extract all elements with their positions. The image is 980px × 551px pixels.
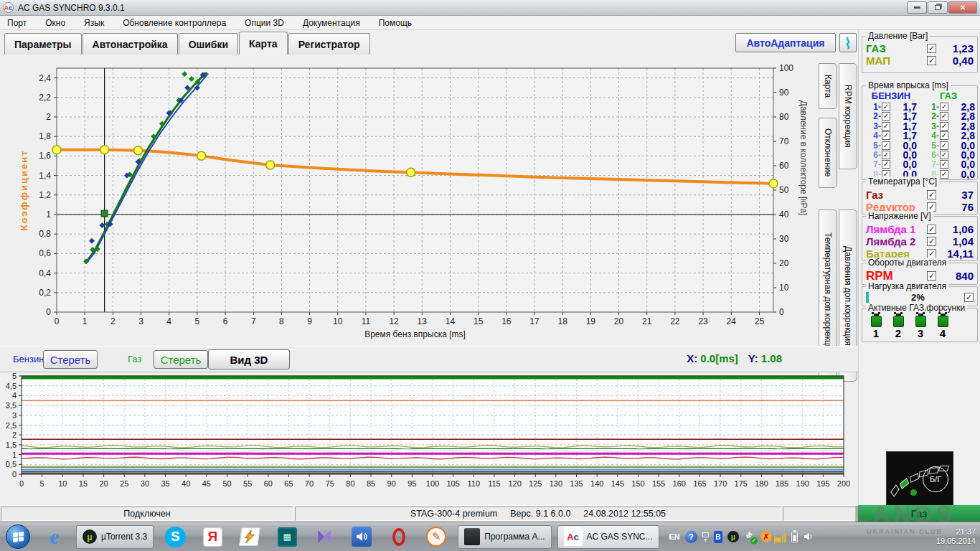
volume-tray-icon[interactable]: [803, 531, 814, 542]
oscilloscope-chart[interactable]: 0510152025303540455055606570758085909510…: [0, 372, 858, 503]
tab-3[interactable]: Карта: [239, 32, 288, 55]
help-tray-icon[interactable]: ?: [685, 531, 697, 543]
bluetooth-tray-icon[interactable]: B: [714, 531, 722, 543]
svg-text:40: 40: [182, 479, 190, 488]
opera-tray-icon[interactable]: ✗: [760, 531, 772, 542]
svg-text:135: 135: [570, 479, 583, 488]
telemetry-row: Лямбда 1✓1,06: [862, 223, 977, 235]
program-task-button[interactable]: Программа А...: [458, 525, 551, 549]
windows-flag-icon: [13, 531, 24, 542]
menu-item-6[interactable]: Помощь: [379, 18, 412, 28]
network-tray-icon[interactable]: ✱: [777, 532, 786, 542]
svg-text:1: 1: [12, 451, 17, 459]
side-tab-col1-1[interactable]: Отклонение: [819, 118, 837, 188]
svg-text:0,6: 0,6: [39, 248, 51, 258]
usb-tray-icon[interactable]: ✓: [744, 531, 755, 542]
phone-app-taskbar-icon[interactable]: ▦: [275, 525, 298, 548]
benzin-index: 5-: [867, 141, 882, 151]
telemetry-label: Газ: [866, 189, 927, 201]
benzin-checkbox[interactable]: ✓: [882, 141, 890, 150]
acgas-task-button[interactable]: Ac AC GAS SYNC...: [557, 525, 659, 549]
checkbox[interactable]: ✓: [927, 271, 936, 281]
firmware-date: 24.08.2012 12:55:05: [583, 509, 666, 519]
svg-text:195: 195: [816, 479, 829, 488]
minimize-button[interactable]: [907, 1, 927, 14]
checkbox[interactable]: ✓: [927, 190, 936, 199]
kmplayer-taskbar-icon[interactable]: [313, 525, 336, 548]
editor-taskbar-icon[interactable]: ✎: [425, 525, 448, 548]
tab-0[interactable]: Параметры: [4, 33, 82, 55]
injector-cells: 1234: [862, 313, 977, 339]
side-tab-col2-0[interactable]: RPM коррекция: [839, 63, 857, 169]
screen: Ac AC GAS SYNCHRO 9.3.0.1 ✕ ПортОкноЯзык…: [0, 0, 980, 551]
menu-item-1[interactable]: Окно: [45, 18, 65, 28]
battery-tray-icon[interactable]: [791, 532, 798, 542]
gas-checkbox[interactable]: ✓: [940, 103, 948, 111]
pressure-group: Давление [Bar] ГАЗ✓1,23МАП✓0,40: [862, 36, 978, 73]
menu-item-0[interactable]: Порт: [7, 18, 27, 28]
benzin-checkbox[interactable]: ✓: [882, 160, 890, 169]
acgas-task-label: AC GAS SYNC...: [587, 532, 653, 542]
benzin-checkbox[interactable]: ✓: [882, 112, 890, 121]
injection-row: 1-✓1,71-✓2,8: [862, 101, 977, 110]
utorrent-tray-icon[interactable]: µ: [727, 531, 739, 542]
yandex-taskbar-icon[interactable]: Я: [201, 525, 224, 548]
svg-text:115: 115: [488, 479, 501, 488]
gas-checkbox[interactable]: ✓: [940, 170, 948, 179]
language-indicator[interactable]: EN: [669, 532, 680, 541]
benzin-checkbox[interactable]: ✓: [882, 103, 890, 111]
restore-button[interactable]: [928, 1, 948, 14]
gas-checkbox[interactable]: ✓: [940, 122, 948, 131]
svg-text:130: 130: [550, 479, 562, 488]
gas-level-segment-1: [890, 484, 900, 496]
checkbox[interactable]: ✓: [927, 56, 936, 65]
svg-text:110: 110: [468, 479, 481, 488]
adaptation-icon-button[interactable]: [839, 33, 857, 52]
skype-taskbar-icon[interactable]: S: [164, 525, 187, 548]
autoadaptation-button[interactable]: АвтоАдаптация: [735, 33, 836, 52]
benzin-checkbox[interactable]: ✓: [882, 131, 890, 140]
svg-text:0: 0: [12, 470, 17, 479]
checkbox[interactable]: ✓: [927, 44, 936, 53]
ie-taskbar-icon[interactable]: e: [43, 525, 66, 548]
gas-checkbox[interactable]: ✓: [940, 141, 948, 150]
opera-taskbar-icon[interactable]: [387, 525, 410, 548]
load-checkbox[interactable]: ✓: [964, 293, 974, 302]
tab-4[interactable]: Регистратор: [288, 33, 370, 55]
tab-2[interactable]: Ошибки: [179, 33, 238, 55]
gas-clear-button[interactable]: Стереть: [154, 350, 208, 369]
main-chart[interactable]: 0123456789101112131415161718192021222324…: [6, 60, 816, 347]
checkbox[interactable]: ✓: [927, 225, 936, 234]
svg-text:140: 140: [590, 479, 603, 488]
x-value: 0.0[ms]: [700, 352, 738, 364]
volume-app-taskbar-icon[interactable]: [350, 525, 373, 548]
gas-index: 6-: [925, 150, 940, 160]
gas-checkbox[interactable]: ✓: [940, 112, 948, 121]
side-tab-col1-0[interactable]: Карта: [819, 63, 837, 109]
menu-item-2[interactable]: Язык: [84, 18, 104, 28]
menu-item-4[interactable]: Опции 3D: [245, 18, 284, 28]
utorrent-task-button[interactable]: µ µTorrent 3.3: [76, 525, 154, 549]
menu-item-3[interactable]: Обновление контроллера: [123, 18, 226, 28]
benzin-clear-button[interactable]: Стереть: [43, 350, 98, 369]
view-3d-button[interactable]: Вид 3D: [208, 349, 290, 369]
clock[interactable]: 21:37 19.05.2014: [936, 527, 976, 546]
gas-checkbox[interactable]: ✓: [940, 131, 948, 140]
tray-expand-chevron[interactable]: ▼: [702, 532, 709, 542]
close-button[interactable]: ✕: [948, 1, 977, 14]
svg-text:70: 70: [779, 136, 789, 146]
tab-1[interactable]: Автонастройка: [83, 33, 178, 55]
svg-text:165: 165: [693, 479, 706, 488]
benzin-checkbox[interactable]: ✓: [882, 151, 890, 159]
gas-checkbox[interactable]: ✓: [940, 151, 948, 159]
gas-checkbox[interactable]: ✓: [940, 160, 948, 169]
benzin-checkbox[interactable]: ✓: [882, 122, 890, 131]
checkbox[interactable]: ✓: [927, 237, 936, 246]
injector-squiggle-icon: [844, 37, 852, 50]
telemetry-row: ГАЗ✓1,23: [862, 42, 977, 55]
start-button[interactable]: [6, 524, 30, 549]
benzin-index: 7-: [867, 159, 882, 169]
svg-text:3: 3: [12, 411, 17, 420]
winamp-taskbar-icon[interactable]: [238, 525, 261, 548]
menu-item-5[interactable]: Документация: [303, 18, 360, 28]
